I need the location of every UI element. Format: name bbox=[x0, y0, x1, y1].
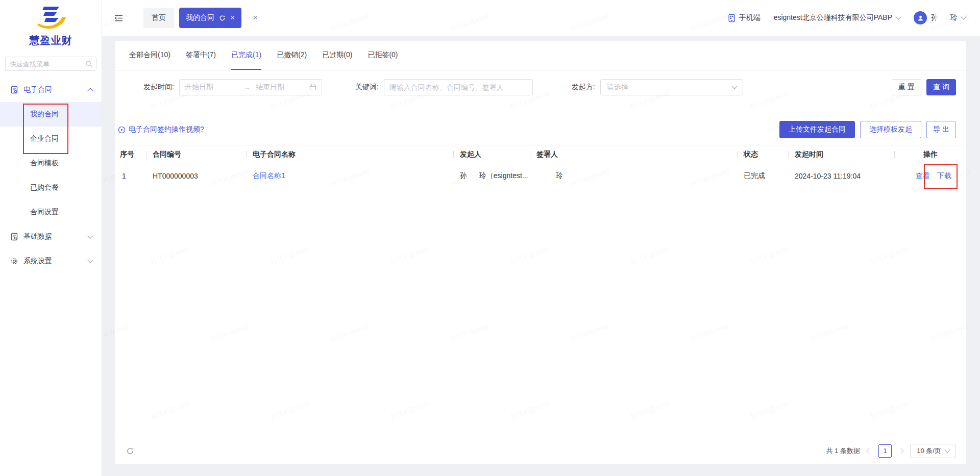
chevron-down-icon bbox=[944, 447, 950, 453]
user-menu[interactable]: 孙 玲 bbox=[914, 11, 966, 24]
upload-initiate-button[interactable]: 上传文件发起合同 bbox=[779, 121, 855, 138]
sidebar-group-label: 电子合同 bbox=[23, 85, 52, 94]
brand-name: 慧盈业财 bbox=[0, 34, 102, 47]
tab-my-contracts[interactable]: 我的合同 × bbox=[179, 8, 241, 28]
cell-contract-no: HT000000003 bbox=[146, 172, 247, 180]
page-size-value: 10 条/页 bbox=[917, 446, 941, 456]
tutorial-video-link[interactable]: 电子合同签约操作视频? bbox=[118, 125, 204, 134]
sidebar-item-purchased-packages[interactable]: 已购套餐 bbox=[0, 176, 102, 200]
content-card: 全部合同(10) 签署中(7) 已完成(1) 已撤销(2) 已过期(0) 已拒签… bbox=[115, 41, 966, 464]
reset-label: 重 置 bbox=[898, 83, 915, 92]
view-link[interactable]: 查看 bbox=[916, 171, 930, 181]
sidebar-group-base-data[interactable]: 基础数据 bbox=[0, 224, 102, 249]
status-tab-expired[interactable]: 已过期(0) bbox=[322, 41, 352, 70]
sidebar-item-label: 合同设置 bbox=[30, 208, 59, 217]
sidebar-group-label: 基础数据 bbox=[23, 232, 52, 241]
sidebar-group-system-settings[interactable]: 系统设置 bbox=[0, 249, 102, 273]
status-tab-rejected[interactable]: 已拒签(0) bbox=[368, 41, 398, 70]
chevron-down-icon bbox=[895, 14, 901, 19]
calendar-icon bbox=[309, 84, 316, 91]
closing-tab-icon[interactable]: × bbox=[253, 13, 258, 23]
page-tabs: 首页 我的合同 × × bbox=[143, 8, 258, 28]
person-icon bbox=[917, 14, 924, 22]
cell-initiator: 孙 玲（esigntest... bbox=[454, 171, 530, 181]
redaction-blur bbox=[469, 172, 477, 181]
table-footer: 共 1 条数据 1 10 条/页 bbox=[115, 437, 966, 464]
tab-close-icon[interactable]: × bbox=[230, 14, 235, 22]
cell-status: 已完成 bbox=[738, 171, 789, 181]
sidebar-group-econtract[interactable]: 电子合同 bbox=[0, 78, 102, 102]
status-tab-label: 已过期(0) bbox=[322, 51, 352, 60]
query-button[interactable]: 查 询 bbox=[926, 79, 956, 95]
contract-name-link[interactable]: 合同名称1 bbox=[253, 171, 285, 180]
tab-refresh-icon[interactable] bbox=[219, 15, 226, 21]
reset-button[interactable]: 重 置 bbox=[892, 79, 921, 95]
tab-home[interactable]: 首页 bbox=[143, 8, 174, 28]
prev-page-icon[interactable] bbox=[866, 448, 872, 454]
col-status: 状态 bbox=[738, 150, 789, 159]
initiator-filter-label: 发起方: bbox=[572, 83, 595, 92]
redaction-blur bbox=[938, 14, 950, 22]
chevron-down-icon bbox=[87, 233, 93, 238]
total-count: 共 1 条数据 bbox=[826, 446, 860, 456]
col-start-time: 发起时间 bbox=[789, 150, 895, 159]
sidebar-item-contract-templates[interactable]: 合同模板 bbox=[0, 151, 102, 176]
cell-actions: 查看 下载 bbox=[895, 171, 966, 181]
date-end-placeholder: 结束日期 bbox=[256, 83, 309, 92]
sidebar-item-contract-settings[interactable]: 合同设置 bbox=[0, 200, 102, 224]
status-tab-label: 已撤销(2) bbox=[277, 51, 307, 60]
menu-search-input[interactable] bbox=[5, 57, 96, 71]
sidebar-item-my-contracts[interactable]: 我的合同 bbox=[0, 102, 102, 127]
page-number[interactable]: 1 bbox=[878, 444, 892, 458]
query-label: 查 询 bbox=[933, 83, 949, 92]
date-range-picker[interactable]: 开始日期 → 结束日期 bbox=[179, 79, 322, 95]
cell-index: 1 bbox=[115, 172, 146, 180]
col-signer: 签署人 bbox=[530, 150, 738, 159]
mobile-entry[interactable]: 手机端 bbox=[727, 13, 761, 22]
initiator-rest: 玲（esigntest... bbox=[479, 171, 528, 180]
sidebar-item-label: 已购套餐 bbox=[30, 183, 59, 192]
chevron-down-icon bbox=[87, 257, 93, 263]
keyword-input[interactable] bbox=[384, 79, 533, 95]
action-row: 电子合同签约操作视频? 上传文件发起合同 选择模板发起 导 出 bbox=[115, 121, 966, 138]
date-range-arrow-icon: → bbox=[243, 83, 251, 91]
sidebar: 慧盈业财 电子合同 我的合同 企业合同 bbox=[0, 0, 102, 476]
sidebar-item-enterprise-contracts[interactable]: 企业合同 bbox=[0, 127, 102, 151]
table-header: 序号 合同编号 电子合同名称 发起人 签署人 状态 发起时间 操作 bbox=[115, 145, 966, 164]
template-initiate-button[interactable]: 选择模板发起 bbox=[860, 121, 921, 138]
company-switcher[interactable]: esigntest北京公瑾科技有限公司PABP bbox=[774, 13, 900, 22]
status-tab-revoked[interactable]: 已撤销(2) bbox=[277, 41, 307, 70]
keyword-filter-label: 关键词: bbox=[355, 83, 379, 92]
brand-logo bbox=[32, 4, 70, 32]
status-filter-tabs: 全部合同(10) 签署中(7) 已完成(1) 已撤销(2) 已过期(0) 已拒签… bbox=[115, 41, 966, 70]
play-circle-icon bbox=[118, 126, 126, 134]
status-tab-completed[interactable]: 已完成(1) bbox=[231, 41, 261, 70]
export-button[interactable]: 导 出 bbox=[926, 121, 956, 138]
topbar: 首页 我的合同 × × bbox=[102, 0, 980, 36]
export-label: 导 出 bbox=[933, 125, 949, 134]
initiator-placeholder: 请选择 bbox=[607, 83, 732, 92]
status-tab-all[interactable]: 全部合同(10) bbox=[129, 41, 170, 70]
page-size-select[interactable]: 10 条/页 bbox=[910, 444, 956, 458]
cell-start-time: 2024-10-23 11:19:04 bbox=[789, 172, 895, 180]
menu-fold-icon[interactable] bbox=[114, 14, 123, 22]
col-index: 序号 bbox=[115, 150, 146, 159]
menu-search bbox=[5, 57, 96, 71]
mobile-label: 手机端 bbox=[739, 13, 761, 22]
col-actions: 操作 bbox=[895, 150, 966, 159]
next-page-icon[interactable] bbox=[898, 448, 903, 454]
contract-icon bbox=[10, 86, 18, 94]
template-initiate-label: 选择模板发起 bbox=[869, 125, 912, 134]
upload-initiate-label: 上传文件发起合同 bbox=[789, 125, 846, 134]
status-tab-label: 已拒签(0) bbox=[368, 51, 398, 60]
contracts-table: 序号 合同编号 电子合同名称 发起人 签署人 状态 发起时间 操作 1 HT00… bbox=[115, 145, 966, 188]
chevron-down-icon bbox=[731, 83, 737, 89]
sidebar-item-label: 企业合同 bbox=[30, 134, 59, 143]
download-link[interactable]: 下载 bbox=[937, 171, 951, 181]
avatar bbox=[914, 11, 927, 24]
refresh-icon[interactable] bbox=[126, 447, 134, 455]
status-tab-signing[interactable]: 签署中(7) bbox=[186, 41, 216, 70]
initiator-select[interactable]: 请选择 bbox=[600, 79, 743, 95]
tab-label: 我的合同 bbox=[186, 13, 214, 22]
brand-block: 慧盈业财 bbox=[0, 0, 102, 47]
